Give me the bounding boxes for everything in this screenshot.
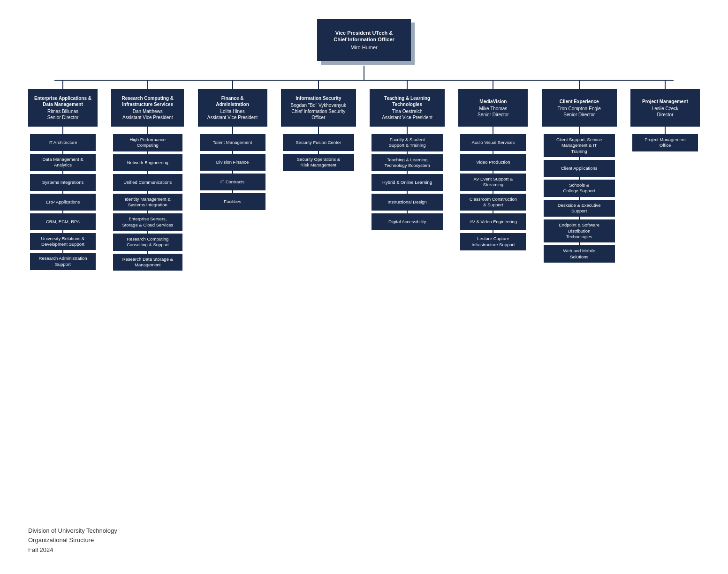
sub-entry: Talent Management xyxy=(200,134,265,154)
sub-box: Faculty & StudentSupport & Training xyxy=(372,134,443,151)
dept-row: Enterprise Applications &Data Management… xyxy=(17,80,711,271)
sub-box: Facilities xyxy=(200,193,265,210)
sub-box: Classroom Construction& Support xyxy=(460,194,526,211)
sub-entry: Research Data Storage &Management xyxy=(113,254,182,271)
sub-list-research: High PerformanceComputing Network Engine… xyxy=(113,134,182,271)
sub-box: University Relations &Development Suppor… xyxy=(30,233,96,250)
dept-unit-client: Client Experience Tron Compton-Engle Sen… xyxy=(542,80,617,263)
sub-box: Systems Integrations xyxy=(30,174,96,191)
sub-entry: Endpoint & SoftwareDistributionTechnolog… xyxy=(544,219,615,245)
sub-box: Talent Management xyxy=(200,134,265,151)
sub-entry: High PerformanceComputing xyxy=(113,134,182,154)
footer: Division of University Technology Organi… xyxy=(28,526,117,555)
sub-entry: AV & Video Engineering xyxy=(460,213,526,233)
dept-unit-finance: Finance &Administration Lolita Hines Ass… xyxy=(198,80,267,210)
sub-entry: Schools &College Support xyxy=(544,180,615,200)
sub-entry: Research AdministrationSupport xyxy=(30,253,96,270)
dept-box-ent-apps: Enterprise Applications &Data Management… xyxy=(28,89,98,127)
sub-entry: Research ComputingConsulting & Support xyxy=(113,234,182,254)
sub-box: Data Management &Analytics xyxy=(30,154,96,171)
sub-entry: Facilities xyxy=(200,193,265,210)
sub-entry: Web and MobileSolutions xyxy=(544,245,615,263)
sub-entry: Unified Communications xyxy=(113,174,182,194)
sub-box: Lecture CaptureInfrastructure Support xyxy=(460,233,526,250)
sub-box: Network Engineering xyxy=(113,154,182,171)
sub-entry: Client Support, ServiceManagement & ITTr… xyxy=(544,134,615,160)
dept-unit-ent-apps: Enterprise Applications &Data Management… xyxy=(28,80,98,270)
sub-list-pmo: Project ManagementOffice xyxy=(632,134,698,151)
sub-list-client: Client Support, ServiceManagement & ITTr… xyxy=(544,134,615,263)
sub-box: Endpoint & SoftwareDistributionTechnolog… xyxy=(544,219,615,242)
dept-box-finance: Finance &Administration Lolita Hines Ass… xyxy=(198,89,267,127)
sub-box: Identity Management &Systems Integration xyxy=(113,194,182,211)
sub-entry: Audio Visual Services xyxy=(460,134,526,154)
sub-box: Security Fusion Center xyxy=(283,134,354,151)
sub-list-finance: Talent Management Division Finance IT Co… xyxy=(200,134,265,210)
sub-box: Video Production xyxy=(460,154,526,171)
dept-unit-mediavision: MediaVision Mike Thomas Senior Director … xyxy=(458,80,528,250)
sub-list-teaching: Faculty & StudentSupport & Training Teac… xyxy=(372,134,443,230)
sub-entry: Hybrid & Online Learning xyxy=(372,174,443,194)
level2-wrapper: Enterprise Applications &Data Management… xyxy=(17,80,711,271)
sub-entry: IT Contracts xyxy=(200,174,265,193)
dept-box-research: Research Computing &Infrastructure Servi… xyxy=(111,89,184,127)
sub-entry: Client Applications xyxy=(544,160,615,180)
dept-box-pmo: Project Management Leslie Czeck Director xyxy=(630,89,700,127)
page: Vice President UTech &Chief Information … xyxy=(0,0,728,574)
dept-unit-teaching: Teaching & LearningTechnologies Tina Oes… xyxy=(370,80,445,230)
top-title: Vice President UTech &Chief Information … xyxy=(334,30,394,43)
h-connector-line xyxy=(54,80,674,81)
dept-box-teaching: Teaching & LearningTechnologies Tina Oes… xyxy=(370,89,445,127)
sub-box: Web and MobileSolutions xyxy=(544,245,615,263)
dept-box-mediavision: MediaVision Mike Thomas Senior Director xyxy=(458,89,528,127)
sub-entry: Digital Accessibility xyxy=(372,213,443,230)
sub-entry: Faculty & StudentSupport & Training xyxy=(372,134,443,154)
sub-box: Client Applications xyxy=(544,160,615,177)
sub-entry: Instructional Design xyxy=(372,194,443,213)
sub-entry: IT Architecture xyxy=(30,134,96,154)
dept-box-client: Client Experience Tron Compton-Engle Sen… xyxy=(542,89,617,127)
sub-box: Research ComputingConsulting & Support xyxy=(113,234,182,251)
sub-box: Research AdministrationSupport xyxy=(30,253,96,270)
sub-box: AV Event Support &Streaming xyxy=(460,174,526,191)
sub-box: Hybrid & Online Learning xyxy=(372,174,443,191)
vert-top-ent xyxy=(62,80,63,89)
sub-entry: Data Management &Analytics xyxy=(30,154,96,174)
sub-entry: Teaching & LearningTechnology Ecosystem xyxy=(372,154,443,174)
top-box-wrapper: Vice President UTech &Chief Information … xyxy=(317,19,411,61)
sub-entry: CRM, ECM, RPA xyxy=(30,213,96,233)
sub-box: IT Architecture xyxy=(30,134,96,151)
sub-box: CRM, ECM, RPA xyxy=(30,213,96,230)
dept-box-infosec: Information Security Bogdan "Bo" Vykhova… xyxy=(281,89,356,127)
sub-box: IT Contracts xyxy=(200,174,265,190)
sub-entry: Video Production xyxy=(460,154,526,174)
org-chart: Vice President UTech &Chief Information … xyxy=(9,9,719,271)
sub-entry: Security Fusion Center xyxy=(283,134,354,154)
sub-entry: Project ManagementOffice xyxy=(632,134,698,151)
sub-list-infosec: Security Fusion Center Security Operatio… xyxy=(283,134,354,171)
sub-box: Digital Accessibility xyxy=(372,213,443,230)
sub-box: High PerformanceComputing xyxy=(113,134,182,151)
footer-line2: Organizational Structure xyxy=(28,536,117,545)
dept-unit-research: Research Computing &Infrastructure Servi… xyxy=(111,80,184,271)
sub-entry: Division Finance xyxy=(200,154,265,174)
sub-box: Division Finance xyxy=(200,154,265,171)
sub-entry: Security Operations &Risk Management xyxy=(283,154,354,171)
sub-box: Deskside & ExecutiveSupport xyxy=(544,200,615,217)
sub-list-mediavision: Audio Visual Services Video Production A… xyxy=(460,134,526,250)
sub-entry: Systems Integrations xyxy=(30,174,96,194)
sub-box: Research Data Storage &Management xyxy=(113,254,182,271)
sub-box: AV & Video Engineering xyxy=(460,213,526,230)
sub-box: ERP Applications xyxy=(30,194,96,211)
sub-entry: Lecture CaptureInfrastructure Support xyxy=(460,233,526,250)
footer-line3: Fall 2024 xyxy=(28,545,117,555)
sub-box: Audio Visual Services xyxy=(460,134,526,151)
sub-box: Instructional Design xyxy=(372,194,443,211)
sub-entry: Classroom Construction& Support xyxy=(460,194,526,214)
dept-unit-pmo: Project Management Leslie Czeck Director… xyxy=(630,80,700,151)
sub-box: Enterprise Servers,Storage & Cloud Servi… xyxy=(113,213,182,231)
sub-entry: Enterprise Servers,Storage & Cloud Servi… xyxy=(113,213,182,234)
top-box: Vice President UTech &Chief Information … xyxy=(317,19,411,61)
sub-entry: AV Event Support &Streaming xyxy=(460,174,526,194)
top-name: Miro Humer xyxy=(350,45,377,50)
